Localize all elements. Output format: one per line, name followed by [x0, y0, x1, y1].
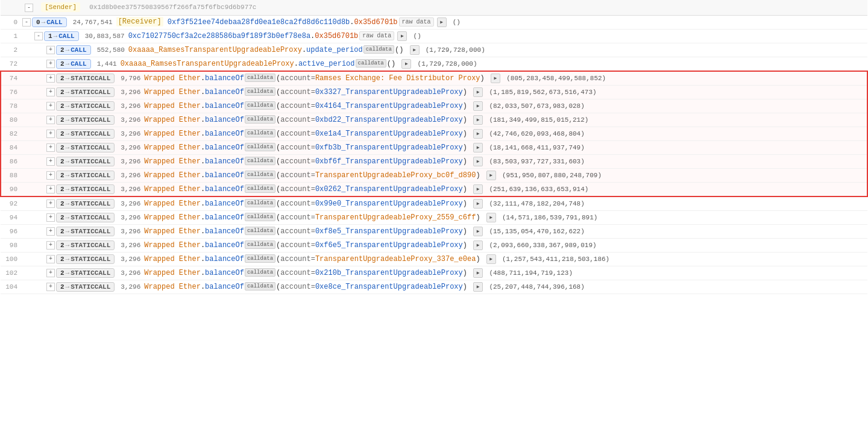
expand-button[interactable]: +	[46, 255, 55, 263]
contract-name[interactable]: Wrapped Ether	[144, 268, 201, 277]
play-button[interactable]: ▶	[473, 227, 483, 236]
expand-button[interactable]: +	[46, 200, 55, 208]
expand-button[interactable]: +	[46, 171, 55, 180]
contract-name[interactable]: Wrapped Ether	[144, 184, 201, 193]
expand-button[interactable]: +	[46, 88, 55, 96]
param-value[interactable]: 0x99e0_TransparentUpgradeableProxy	[315, 199, 463, 207]
play-button[interactable]: ▶	[473, 199, 483, 209]
expand-button[interactable]: +	[46, 102, 55, 110]
param-value[interactable]: 0x3327_TransparentUpgradeableProxy	[315, 87, 463, 96]
contract-name[interactable]: Wrapped Ether	[144, 101, 201, 110]
param-value[interactable]: 0xbd22_TransparentUpgradeableProxy	[315, 115, 463, 124]
play-button[interactable]: ▶	[410, 45, 420, 55]
expand-button[interactable]: +	[46, 241, 55, 250]
method-name[interactable]: balanceOf	[205, 184, 244, 193]
contract-name[interactable]: Wrapped Ether	[144, 282, 201, 291]
play-button[interactable]: ▶	[486, 213, 496, 222]
param-value[interactable]: TransparentUpgradeableProxy_2559_c6ff	[315, 213, 476, 221]
expand-button[interactable]: +	[46, 283, 55, 291]
param-value[interactable]: 0xf6e5_TransparentUpgradeableProxy	[315, 240, 463, 249]
function-selector[interactable]: 0x35d6701b	[354, 17, 398, 26]
method-name[interactable]: balanceOf	[205, 143, 244, 151]
contract-name[interactable]: Wrapped Ether	[144, 240, 201, 249]
contract-name[interactable]: Wrapped Ether	[144, 199, 201, 207]
contract-name[interactable]: Wrapped Ether	[144, 157, 201, 165]
param-value[interactable]: 0xbf6f_TransparentUpgradeableProxy	[315, 157, 463, 165]
method-name[interactable]: balanceOf	[205, 115, 244, 124]
method-name[interactable]: balanceOf	[205, 199, 244, 207]
expand-button[interactable]: +	[46, 46, 55, 54]
contract-name[interactable]: Wrapped Ether	[144, 254, 201, 263]
method-name[interactable]: update_period	[306, 45, 363, 54]
address-1[interactable]: 0xf3f521ee74debaa28fd0ea1e8ca2fd8d6c110d…	[163, 17, 350, 26]
contract-name[interactable]: Wrapped Ether	[144, 227, 201, 235]
method-name[interactable]: balanceOf	[205, 282, 244, 291]
expand-button[interactable]: +	[46, 60, 55, 68]
method-name[interactable]: balanceOf	[205, 87, 244, 96]
method-name[interactable]: balanceOf	[205, 171, 244, 179]
play-button[interactable]: ▶	[473, 157, 483, 166]
collapse-all-button[interactable]: -	[25, 4, 33, 12]
play-button[interactable]: ▶	[473, 115, 483, 125]
receiver-label[interactable]: [Receiver]	[116, 17, 163, 27]
contract-name[interactable]: Wrapped Ether	[144, 115, 201, 124]
sender-badge[interactable]: [Sender]	[41, 2, 80, 12]
play-button[interactable]: ▶	[473, 143, 483, 152]
expand-button[interactable]: +	[46, 130, 55, 138]
method-name[interactable]: balanceOf	[205, 268, 244, 277]
collapse-button[interactable]: -	[22, 18, 31, 27]
param-value[interactable]: TransparentUpgradeableProxy_337e_e0ea	[315, 254, 476, 263]
contract-name[interactable]: 0xaaaa_RamsesTransparentUpgradeableProxy	[128, 45, 302, 54]
contract-name[interactable]: Wrapped Ether	[144, 213, 201, 221]
expand-button[interactable]: +	[46, 185, 55, 193]
play-button[interactable]: ▶	[401, 59, 411, 69]
play-button[interactable]: ▶	[397, 31, 407, 41]
play-button[interactable]: ▶	[437, 17, 447, 27]
play-button[interactable]: ▶	[486, 171, 496, 180]
play-button[interactable]: ▶	[473, 87, 483, 97]
play-button[interactable]: ▶	[473, 129, 483, 139]
param-value[interactable]: 0xe8ce_TransparentUpgradeableProxy	[315, 282, 463, 291]
param-value[interactable]: 0x4164_TransparentUpgradeableProxy	[315, 101, 463, 110]
method-name[interactable]: balanceOf	[205, 240, 244, 249]
play-button[interactable]: ▶	[473, 240, 483, 250]
play-button[interactable]: ▶	[473, 184, 483, 194]
contract-name[interactable]: Wrapped Ether	[144, 143, 201, 151]
play-button[interactable]: ▶	[473, 268, 483, 278]
play-button[interactable]: ▶	[473, 101, 483, 111]
method-name[interactable]: balanceOf	[205, 129, 244, 137]
method-name[interactable]: balanceOf	[205, 227, 244, 235]
function-selector[interactable]: 0x35d6701b	[315, 31, 358, 40]
expand-button[interactable]: +	[46, 227, 55, 236]
expand-button[interactable]: +	[46, 116, 55, 124]
method-name[interactable]: active_period	[298, 59, 355, 68]
contract-name[interactable]: Wrapped Ether	[144, 129, 201, 137]
expand-button[interactable]: +	[46, 74, 55, 83]
calldata-badge: calldata	[245, 74, 275, 82]
param-value[interactable]: 0xf8e5_TransparentUpgradeableProxy	[315, 227, 463, 235]
method-name[interactable]: balanceOf	[205, 74, 244, 82]
play-button[interactable]: ▶	[486, 254, 496, 264]
param-value[interactable]: 0xe1a4_TransparentUpgradeableProxy	[315, 129, 463, 137]
play-button[interactable]: ▶	[473, 282, 483, 292]
contract-name[interactable]: 0xaaaa_RamsesTransparentUpgradeableProxy	[121, 59, 294, 68]
method-name[interactable]: balanceOf	[205, 101, 244, 110]
param-value[interactable]: TransparentUpgradeableProxy_bc0f_d890	[315, 171, 476, 179]
method-name[interactable]: balanceOf	[205, 254, 244, 263]
method-name[interactable]: balanceOf	[205, 157, 244, 165]
contract-name[interactable]: Wrapped Ether	[144, 87, 201, 96]
contract-name[interactable]: Wrapped Ether	[144, 171, 201, 179]
contract-name[interactable]: Wrapped Ether	[144, 74, 201, 82]
address-1[interactable]: 0xc71027750cf3a2ce288586ba9f189f3b0ef78e…	[128, 31, 310, 40]
method-name[interactable]: balanceOf	[205, 213, 244, 221]
param-value[interactable]: 0xfb3b_TransparentUpgradeableProxy	[315, 143, 463, 151]
param-value[interactable]: 0x0262_TransparentUpgradeableProxy	[315, 184, 463, 193]
play-button[interactable]: ▶	[491, 74, 500, 83]
expand-button[interactable]: +	[46, 157, 55, 166]
param-value[interactable]: 0x210b_TransparentUpgradeableProxy	[315, 268, 463, 277]
param-value[interactable]: Ramses Exchange: Fee Distributor Proxy	[315, 74, 480, 82]
expand-button[interactable]: +	[46, 143, 55, 152]
expand-button[interactable]: +	[46, 213, 55, 222]
collapse-button[interactable]: -	[34, 32, 43, 40]
expand-button[interactable]: +	[46, 269, 55, 277]
